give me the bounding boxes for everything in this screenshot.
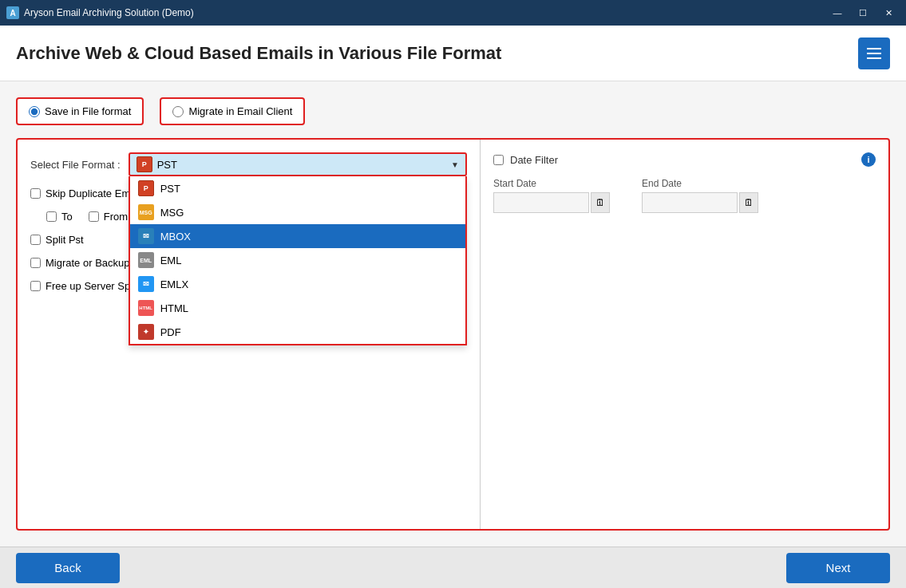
free-server-checkbox[interactable] <box>30 281 41 291</box>
save-file-label: Save in File format <box>45 105 131 117</box>
date-filter-row: Date Filter i <box>493 152 876 167</box>
emlx-label: EMLX <box>160 278 188 290</box>
split-pst-checkbox[interactable] <box>30 235 41 245</box>
date-filter-checkbox[interactable] <box>493 155 504 165</box>
to-checkbox[interactable] <box>46 211 57 222</box>
dropdown-item-pst[interactable]: P PST <box>130 176 465 200</box>
format-row: Select File Format : P PST ▼ P <box>30 152 467 176</box>
date-inputs-row: Start Date 🗓 End Date 🗓 <box>493 178 876 213</box>
app-icon: A <box>6 6 19 19</box>
selected-format-label: PST <box>157 159 177 171</box>
start-date-wrap: 🗓 <box>493 192 610 213</box>
migrate-email-label: Migrate in Email Client <box>188 105 292 117</box>
html-icon: HTML <box>138 300 154 316</box>
split-pst-label: Split Pst <box>45 234 84 246</box>
date-filter-label: Date Filter <box>510 154 558 166</box>
close-button[interactable]: ✕ <box>877 5 900 21</box>
selected-format-inner: P PST <box>136 156 177 172</box>
menu-icon-line3 <box>867 57 881 59</box>
dropdown-item-emlx[interactable]: ✉ EMLX <box>130 272 465 296</box>
pdf-label: PDF <box>160 326 181 338</box>
dropdown-item-msg[interactable]: MSG MSG <box>130 200 465 224</box>
start-date-field: Start Date 🗓 <box>493 178 610 213</box>
emlx-icon: ✉ <box>138 276 154 292</box>
start-date-input[interactable] <box>493 192 589 213</box>
end-date-calendar-button[interactable]: 🗓 <box>739 192 758 213</box>
maximize-button[interactable]: ☐ <box>852 5 874 21</box>
page-title: Archive Web & Cloud Based Emails in Vari… <box>16 43 501 64</box>
format-dropdown-selected[interactable]: P PST ▼ <box>129 152 467 176</box>
to-row: To <box>46 211 73 223</box>
format-dropdown-list: P PST MSG MSG ✉ MBOX <box>129 176 467 345</box>
minimize-button[interactable]: — <box>826 5 849 21</box>
from-row: From <box>89 211 128 223</box>
content-area: Select File Format : P PST ▼ P <box>16 138 890 531</box>
title-bar-title: Aryson Email Archiving Solution (Demo) <box>24 7 194 18</box>
start-date-label: Start Date <box>493 178 610 189</box>
end-date-input[interactable] <box>642 192 738 213</box>
dropdown-item-eml[interactable]: EML EML <box>130 248 465 272</box>
mbox-icon: ✉ <box>138 228 154 244</box>
footer: Back Next <box>0 547 906 588</box>
selected-format-icon: P <box>136 156 152 172</box>
title-bar-controls: — ☐ ✕ <box>826 5 900 21</box>
format-dropdown-list-inner[interactable]: P PST MSG MSG ✉ MBOX <box>130 176 465 344</box>
title-bar-left: A Aryson Email Archiving Solution (Demo) <box>6 6 194 19</box>
mbox-label: MBOX <box>160 231 191 243</box>
format-label: Select File Format : <box>30 159 121 171</box>
menu-icon-line2 <box>867 53 881 54</box>
eml-icon: EML <box>138 252 154 268</box>
dropdown-item-html[interactable]: HTML HTML <box>130 296 465 320</box>
end-date-field: End Date 🗓 <box>642 178 758 213</box>
msg-icon: MSG <box>138 204 154 220</box>
end-date-wrap: 🗓 <box>642 192 758 213</box>
next-button[interactable]: Next <box>786 553 890 583</box>
eml-label: EML <box>160 255 182 266</box>
msg-label: MSG <box>160 207 184 219</box>
main-content: Save in File format Migrate in Email Cli… <box>0 81 906 547</box>
from-label: From <box>104 211 128 223</box>
app-header: Archive Web & Cloud Based Emails in Vari… <box>0 26 906 81</box>
end-date-label: End Date <box>642 178 758 189</box>
start-date-calendar-button[interactable]: 🗓 <box>591 192 610 213</box>
dropdown-arrow-icon: ▼ <box>451 160 459 169</box>
info-icon[interactable]: i <box>861 152 876 167</box>
format-dropdown-container: P PST ▼ P PST MSG <box>129 152 467 176</box>
migrate-email-option[interactable]: Migrate in Email Client <box>160 97 305 125</box>
save-file-option[interactable]: Save in File format <box>16 97 144 125</box>
from-checkbox[interactable] <box>89 211 99 222</box>
to-label: To <box>61 211 73 223</box>
title-bar: A Aryson Email Archiving Solution (Demo)… <box>0 0 906 26</box>
menu-icon-line1 <box>867 48 881 49</box>
pst-icon: P <box>138 180 154 196</box>
skip-dup-checkbox[interactable] <box>30 188 41 199</box>
migrate-backup-checkbox[interactable] <box>30 258 41 268</box>
pdf-icon: ✦ <box>138 324 154 340</box>
radio-row: Save in File format Migrate in Email Cli… <box>16 97 890 125</box>
html-label: HTML <box>160 302 188 314</box>
dropdown-item-pdf[interactable]: ✦ PDF <box>130 320 465 344</box>
right-panel: Date Filter i Start Date 🗓 End Date 🗓 <box>481 140 888 529</box>
menu-button[interactable] <box>858 37 890 69</box>
left-panel: Select File Format : P PST ▼ P <box>18 140 481 529</box>
dropdown-item-mbox[interactable]: ✉ MBOX <box>130 224 465 248</box>
migrate-email-radio[interactable] <box>172 106 184 117</box>
back-button[interactable]: Back <box>16 553 120 583</box>
save-file-radio[interactable] <box>29 106 40 117</box>
pst-label: PST <box>160 183 180 195</box>
